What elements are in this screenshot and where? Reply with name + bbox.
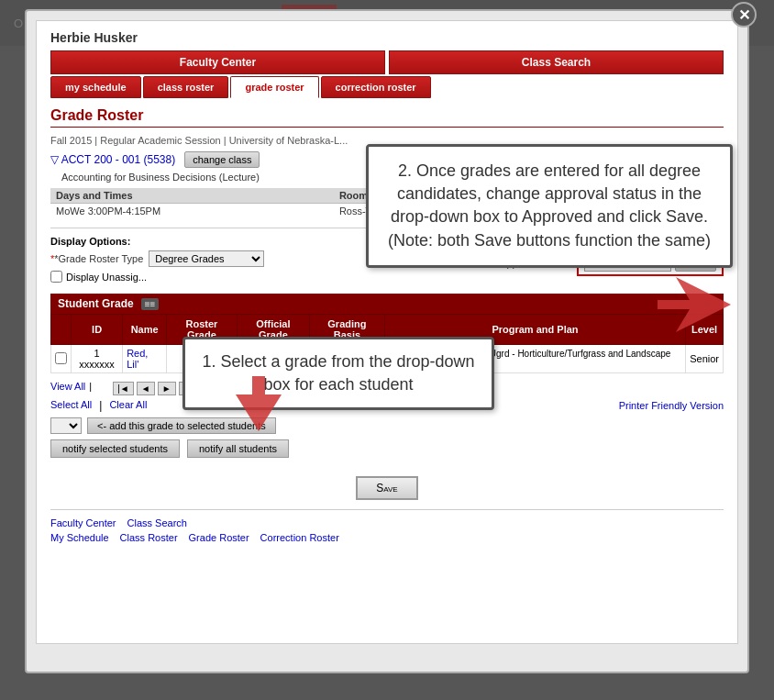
- col-id: ID: [72, 315, 123, 345]
- display-options: Display Options: *Grade Roster Type Degr…: [50, 236, 264, 286]
- footer-grade-roster[interactable]: Grade Roster: [189, 532, 249, 543]
- save-main-button[interactable]: Save: [356, 476, 417, 500]
- svg-marker-1: [236, 376, 282, 431]
- clear-all-link[interactable]: Clear All: [109, 399, 147, 412]
- top-navigation: Faculty Center Class Search: [50, 50, 724, 74]
- tab-my-schedule[interactable]: my schedule: [50, 76, 141, 98]
- prev-page-btn[interactable]: ◄: [137, 382, 155, 395]
- row-checkbox[interactable]: [55, 352, 67, 364]
- sub-navigation: my schedule class roster grade roster co…: [50, 76, 724, 98]
- tab-class-roster[interactable]: class roster: [143, 76, 229, 98]
- svg-marker-0: [658, 277, 731, 332]
- col-name: Name: [123, 315, 167, 345]
- select-links: Select All | Clear All: [50, 399, 147, 412]
- add-grade-row: A B C <- add this grade to selected stud…: [50, 417, 724, 434]
- footer-top-links: Faculty Center Class Search: [50, 517, 724, 528]
- change-class-button[interactable]: change class: [184, 151, 260, 168]
- footer-faculty-center[interactable]: Faculty Center: [50, 517, 116, 528]
- select-separator: |: [99, 399, 102, 412]
- footer-class-roster[interactable]: Class Roster: [120, 532, 178, 543]
- modal-container: ✕ Herbie Husker Faculty Center Class Sea…: [25, 9, 749, 673]
- notify-all-button[interactable]: notify all students: [187, 439, 289, 458]
- user-name: Herbie Husker: [50, 30, 724, 45]
- footer-class-search[interactable]: Class Search: [127, 517, 187, 528]
- header-icon: ≡≡: [141, 298, 160, 310]
- tab-correction-roster[interactable]: correction roster: [321, 76, 431, 98]
- callout-box-1: 1. Select a grade from the drop-down box…: [182, 337, 494, 410]
- row-checkbox-cell: [51, 345, 72, 373]
- days-times-value: MoWe 3:00PM-4:15PM: [50, 204, 334, 219]
- grade-roster-type-label: *Grade Roster Type: [50, 253, 143, 264]
- notify-selected-button[interactable]: notify selected students: [50, 439, 180, 458]
- tab-class-search[interactable]: Class Search: [389, 50, 724, 74]
- col-checkbox-header: [51, 315, 72, 345]
- pagination-separator: |: [89, 381, 92, 392]
- view-all-link[interactable]: View All: [50, 381, 85, 392]
- tab-faculty-center[interactable]: Faculty Center: [50, 50, 385, 74]
- modal-overlay: ✕ Herbie Husker Faculty Center Class Sea…: [0, 0, 774, 700]
- callout-box-2: 2. Once grades are entered for all degre…: [366, 144, 733, 268]
- row-level: Senior: [686, 345, 724, 373]
- display-unassigned-row: Display Unassig...: [50, 271, 264, 283]
- course-link[interactable]: ACCT 200 - 001 (5538): [50, 153, 175, 166]
- footer-my-schedule[interactable]: My Schedule: [50, 532, 109, 543]
- next-page-btn[interactable]: ►: [158, 382, 176, 395]
- row-name[interactable]: Red, Lil': [123, 345, 167, 373]
- first-page-btn[interactable]: |◄: [113, 382, 134, 395]
- footer-bottom-links: My Schedule Class Roster Grade Roster Co…: [50, 532, 724, 543]
- printer-friendly-link[interactable]: Printer Friendly Version: [619, 400, 724, 411]
- modal-content: Herbie Husker Faculty Center Class Searc…: [36, 20, 738, 644]
- arrow-indicator-2: [236, 376, 282, 434]
- add-grade-select[interactable]: A B C: [50, 417, 82, 434]
- display-options-label: Display Options:: [50, 236, 264, 247]
- notify-row: notify selected students notify all stud…: [50, 439, 724, 458]
- grade-roster-type-select[interactable]: Degree Grades Non-Degree Grades: [149, 250, 264, 267]
- modal-footer: Faculty Center Class Search My Schedule …: [50, 509, 724, 543]
- arrow-indicator: [658, 277, 731, 335]
- tab-grade-roster[interactable]: grade roster: [230, 76, 318, 98]
- select-all-link[interactable]: Select All: [50, 399, 92, 412]
- col-days-times: Days and Times: [50, 188, 334, 204]
- grade-roster-type-row: *Grade Roster Type Degree Grades Non-Deg…: [50, 250, 264, 267]
- student-grade-header: Student Grade ≡≡: [50, 294, 724, 314]
- display-unassigned-label: Display Unassig...: [66, 272, 147, 283]
- row-id: 1 xxxxxxx: [72, 345, 123, 373]
- display-unassigned-checkbox[interactable]: [50, 271, 62, 283]
- save-section: Save: [50, 476, 724, 500]
- close-button[interactable]: ✕: [731, 2, 757, 28]
- footer-correction-roster[interactable]: Correction Roster: [260, 532, 339, 543]
- student-grade-label: Student Grade: [58, 297, 134, 310]
- page-title: Grade Roster: [50, 107, 724, 128]
